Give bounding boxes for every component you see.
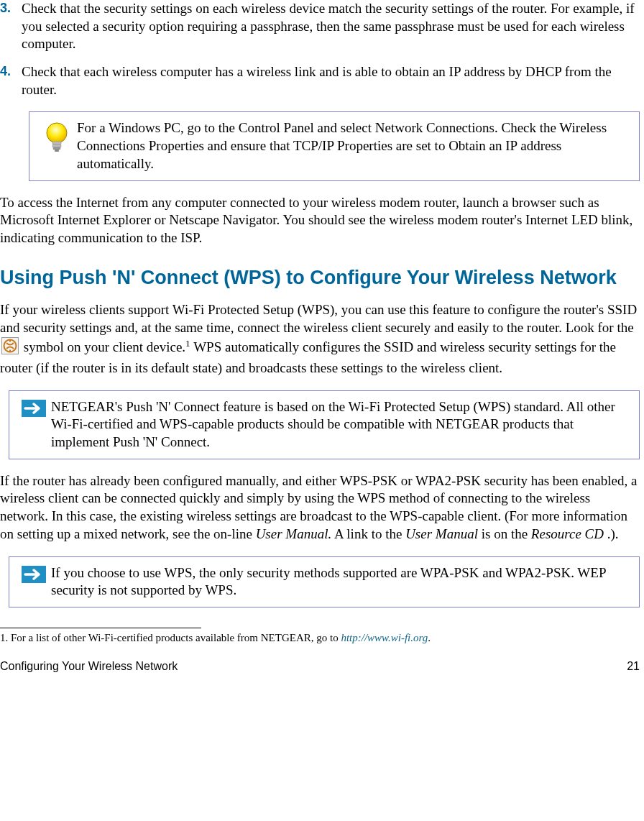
wps-intro-part-a: If your wireless clients support Wi-Fi P… bbox=[0, 302, 637, 335]
note-1-text: NETGEAR's Push 'N' Connect feature is ba… bbox=[51, 398, 629, 451]
arrow-icon bbox=[17, 564, 51, 583]
paragraph-wps-intro: If your wireless clients support Wi-Fi P… bbox=[0, 301, 640, 377]
note-box-2: If you choose to use WPS, the only secur… bbox=[9, 556, 640, 607]
note-box-1: NETGEAR's Push 'N' Connect feature is ba… bbox=[9, 390, 640, 459]
step-4-text: Check that each wireless computer has a … bbox=[22, 63, 640, 98]
footer-section-title: Configuring Your Wireless Network bbox=[0, 659, 178, 674]
para2-b: A link to the bbox=[334, 526, 405, 541]
lightbulb-icon bbox=[37, 119, 77, 154]
step-3: 3. Check that the security settings on e… bbox=[0, 0, 640, 53]
footnote-ref-1: 1 bbox=[185, 338, 190, 349]
paragraph-manual-config: If the router has already been configure… bbox=[0, 472, 640, 543]
arrow-icon bbox=[17, 398, 51, 417]
svg-rect-1 bbox=[52, 142, 61, 145]
section-heading-wps: Using Push 'N' Connect (WPS) to Configur… bbox=[0, 266, 640, 290]
para2-resource-cd: Resource CD bbox=[531, 526, 604, 541]
svg-point-0 bbox=[47, 123, 67, 143]
wps-symbol-icon bbox=[1, 337, 19, 359]
footnote-1-text: 1. For a list of other Wi-Fi-certified p… bbox=[0, 632, 341, 643]
svg-rect-4 bbox=[55, 150, 59, 152]
step-3-number: 3. bbox=[0, 0, 22, 53]
svg-rect-3 bbox=[53, 147, 60, 150]
tip-1-text: For a Windows PC, go to the Control Pane… bbox=[77, 119, 629, 173]
page-footer: Configuring Your Wireless Network 21 bbox=[0, 659, 640, 674]
footnote-rule bbox=[0, 628, 201, 628]
footnote-1-dot: . bbox=[428, 632, 431, 643]
para2-d: .). bbox=[607, 526, 619, 541]
tip-box-1: For a Windows PC, go to the Control Pane… bbox=[29, 111, 640, 180]
para2-c: is on the bbox=[482, 526, 531, 541]
step-4-number: 4. bbox=[0, 63, 22, 98]
step-4: 4. Check that each wireless computer has… bbox=[0, 63, 640, 98]
footnote-1-link[interactable]: http://www.wi-fi.org bbox=[341, 632, 428, 643]
step-3-text: Check that the security settings on each… bbox=[22, 0, 640, 53]
note-2-text: If you choose to use WPS, the only secur… bbox=[51, 564, 629, 600]
para2-user-manual-1: User Manual. bbox=[256, 526, 332, 541]
footer-page-number: 21 bbox=[627, 659, 640, 674]
para2-user-manual-2: User Manual bbox=[405, 526, 478, 541]
wps-intro-part-b: symbol on your client device. bbox=[24, 339, 185, 354]
paragraph-internet-access: To access the Internet from any computer… bbox=[0, 194, 640, 247]
footnote-1: 1. For a list of other Wi-Fi-certified p… bbox=[0, 631, 640, 646]
svg-rect-2 bbox=[52, 145, 61, 147]
